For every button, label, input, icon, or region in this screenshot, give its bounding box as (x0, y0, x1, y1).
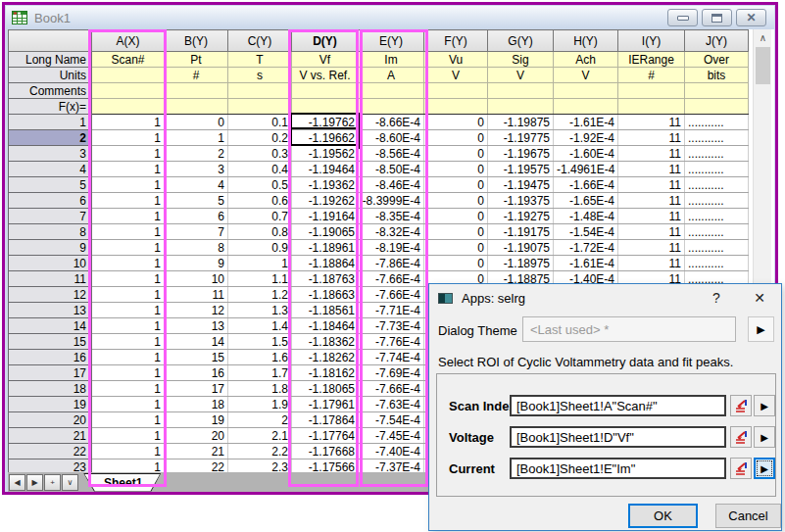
row-header-8[interactable]: 8 (9, 224, 92, 240)
cell[interactable]: 18 (165, 397, 228, 412)
cell[interactable]: -1.19262 (292, 193, 359, 209)
cell[interactable]: 0.1 (228, 115, 292, 130)
cell[interactable]: 15 (165, 350, 228, 365)
cell[interactable]: ........... (685, 177, 749, 193)
cell[interactable]: 0 (424, 177, 488, 193)
current-options-button[interactable]: ▶ (754, 458, 775, 479)
label-cell[interactable] (165, 99, 228, 115)
book1-titlebar[interactable]: Book1 ✕ (6, 6, 774, 29)
label-cell[interactable] (292, 83, 359, 99)
label-cell[interactable] (424, 83, 488, 99)
label-cell[interactable]: # (618, 68, 685, 83)
cell[interactable]: -1.19175 (488, 224, 554, 240)
cell[interactable]: 14 (165, 334, 228, 350)
scan-index-options-button[interactable]: ▶ (754, 395, 775, 416)
theme-flyout-button[interactable]: ▶ (748, 316, 774, 342)
cell[interactable]: -1.19875 (488, 115, 554, 130)
label-cell[interactable]: IERange (618, 52, 685, 68)
cell[interactable]: -7.86E-4 (359, 256, 424, 271)
cell[interactable]: 2.1 (228, 428, 292, 444)
cell[interactable]: 6 (165, 209, 228, 224)
cell[interactable]: -1.19675 (488, 146, 554, 162)
cell[interactable]: ........... (685, 115, 749, 130)
cell[interactable]: ........... (685, 193, 749, 209)
cell[interactable]: -1.19464 (292, 162, 359, 177)
row-header-6[interactable]: 6 (9, 193, 92, 209)
cell[interactable]: -1.19775 (488, 130, 554, 146)
cell[interactable]: 9 (165, 256, 228, 271)
cell[interactable]: -1.48E-4 (554, 209, 618, 224)
cell[interactable]: 10 (165, 271, 228, 287)
cell[interactable]: -1.65E-4 (554, 193, 618, 209)
cell[interactable]: ........... (685, 162, 749, 177)
label-cell[interactable] (359, 83, 424, 99)
row-header-15[interactable]: 15 (9, 334, 92, 350)
cell[interactable]: 0.7 (228, 209, 292, 224)
cell[interactable]: 1 (92, 444, 165, 459)
cell[interactable]: 1 (92, 397, 165, 412)
cell[interactable]: 1 (92, 287, 165, 303)
cell[interactable]: 8 (165, 240, 228, 256)
cell[interactable]: -1.19662 (292, 130, 359, 146)
voltage-options-button[interactable]: ▶ (754, 426, 775, 448)
cell[interactable]: 1.6 (228, 350, 292, 365)
ok-button[interactable]: OK (628, 504, 698, 528)
cell[interactable]: -1.72E-4 (554, 240, 618, 256)
row-header-2[interactable]: 2 (9, 130, 92, 146)
cell[interactable]: -7.74E-4 (359, 350, 424, 365)
cell[interactable]: -1.17668 (292, 444, 359, 459)
label-cell[interactable]: Ach (554, 52, 618, 68)
row-header-7[interactable]: 7 (9, 209, 92, 224)
cell[interactable]: 1 (92, 224, 165, 240)
cell[interactable]: -7.66E-4 (359, 287, 424, 303)
scan-index-input[interactable] (510, 395, 726, 416)
label-cell[interactable]: Pt (165, 52, 228, 68)
label-cell[interactable] (685, 83, 749, 99)
label-cell[interactable]: bits (685, 68, 749, 83)
cell[interactable]: -1.19275 (488, 209, 554, 224)
row-header-20[interactable]: 20 (9, 412, 92, 428)
cell[interactable]: -1.18961 (292, 240, 359, 256)
cell[interactable]: 12 (165, 303, 228, 318)
cell[interactable]: 0.4 (228, 162, 292, 177)
cell[interactable]: 1 (92, 334, 165, 350)
cell[interactable]: 2 (165, 146, 228, 162)
cell[interactable]: -1.17764 (292, 428, 359, 444)
scrollbar-thumb[interactable] (756, 47, 770, 84)
column-header-H(Y)[interactable]: H(Y) (554, 30, 618, 52)
cell[interactable]: 0.9 (228, 240, 292, 256)
cell[interactable]: 1 (92, 271, 165, 287)
cell[interactable]: 11 (618, 240, 685, 256)
cell[interactable]: -1.18464 (292, 318, 359, 334)
cell[interactable]: 2 (228, 412, 292, 428)
cancel-button[interactable]: Cancel (715, 504, 781, 528)
label-cell[interactable]: V vs. Ref. (292, 68, 359, 83)
label-cell[interactable] (488, 83, 554, 99)
cell[interactable]: 0 (424, 256, 488, 271)
label-cell[interactable] (554, 99, 618, 115)
cell[interactable]: 1 (92, 428, 165, 444)
row-header-14[interactable]: 14 (9, 318, 92, 334)
cell[interactable]: -7.76E-4 (359, 334, 424, 350)
cell[interactable]: ........... (685, 130, 749, 146)
label-cell[interactable]: T (228, 52, 292, 68)
cell[interactable]: ........... (685, 146, 749, 162)
cell[interactable]: -1.19575 (488, 162, 554, 177)
label-cell[interactable] (92, 83, 165, 99)
cell[interactable]: -7.73E-4 (359, 318, 424, 334)
label-cell[interactable] (685, 99, 749, 115)
cell[interactable]: ........... (685, 240, 749, 256)
cell[interactable]: 0.2 (228, 130, 292, 146)
cell[interactable]: -1.19164 (292, 209, 359, 224)
cell[interactable]: -1.18262 (292, 350, 359, 365)
cell[interactable]: 1 (92, 365, 165, 381)
column-header-F(Y)[interactable]: F(Y) (424, 30, 488, 52)
cell[interactable]: 11 (618, 224, 685, 240)
label-cell[interactable] (424, 99, 488, 115)
cell[interactable]: 1 (92, 193, 165, 209)
cell[interactable]: -1.18561 (292, 303, 359, 318)
label-cell[interactable] (488, 99, 554, 115)
current-column-browse-button[interactable] (730, 458, 752, 479)
cell[interactable]: 1 (92, 412, 165, 428)
cell[interactable]: 11 (618, 130, 685, 146)
